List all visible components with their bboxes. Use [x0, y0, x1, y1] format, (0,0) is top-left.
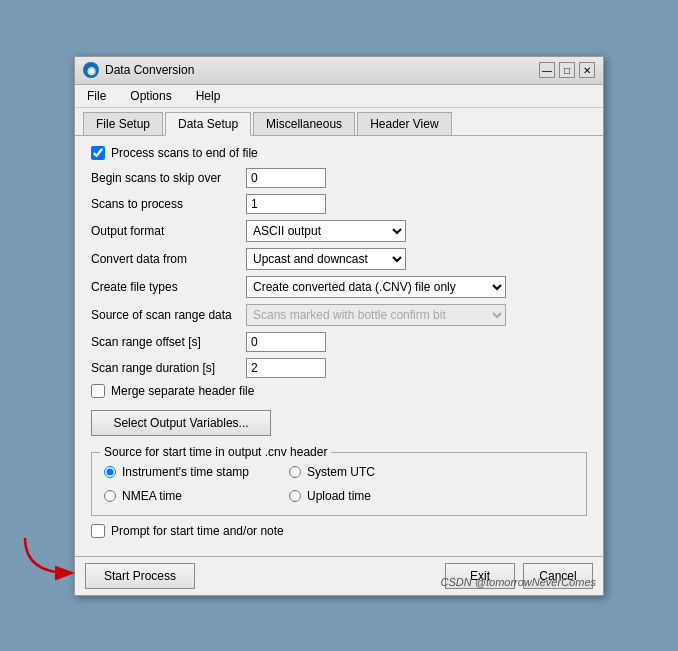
instrument-radio[interactable]	[104, 466, 116, 478]
create-file-label: Create file types	[91, 280, 246, 294]
nmea-radio-row: NMEA time	[104, 489, 249, 503]
radio-col-right: System UTC Upload time	[289, 465, 375, 507]
tab-header-view[interactable]: Header View	[357, 112, 451, 135]
tab-miscellaneous[interactable]: Miscellaneous	[253, 112, 355, 135]
tab-content: Process scans to end of file Begin scans…	[75, 136, 603, 556]
begin-scans-input[interactable]	[246, 168, 326, 188]
system-utc-radio-label: System UTC	[307, 465, 375, 479]
close-button[interactable]: ✕	[579, 62, 595, 78]
instrument-radio-row: Instrument's time stamp	[104, 465, 249, 479]
output-format-row: Output format ASCII output	[91, 220, 587, 242]
merge-header-row: Merge separate header file	[91, 384, 587, 398]
create-file-row: Create file types Create converted data …	[91, 276, 587, 298]
create-file-select[interactable]: Create converted data (.CNV) file only	[246, 276, 506, 298]
menu-help[interactable]: Help	[192, 87, 225, 105]
scan-range-duration-label: Scan range duration [s]	[91, 361, 246, 375]
convert-data-row: Convert data from Upcast and downcast	[91, 248, 587, 270]
tab-file-setup[interactable]: File Setup	[83, 112, 163, 135]
minimize-button[interactable]: —	[539, 62, 555, 78]
system-utc-radio[interactable]	[289, 466, 301, 478]
source-scan-range-select: Scans marked with bottle confirm bit	[246, 304, 506, 326]
menu-options[interactable]: Options	[126, 87, 175, 105]
process-scans-row: Process scans to end of file	[91, 146, 587, 160]
source-scan-range-row: Source of scan range data Scans marked w…	[91, 304, 587, 326]
radio-col-left: Instrument's time stamp NMEA time	[104, 465, 249, 507]
process-scans-checkbox[interactable]	[91, 146, 105, 160]
window-controls: — □ ✕	[539, 62, 595, 78]
main-window: ◉ Data Conversion — □ ✕ File Options Hel…	[74, 56, 604, 596]
upload-time-radio-row: Upload time	[289, 489, 375, 503]
begin-scans-row: Begin scans to skip over	[91, 168, 587, 188]
system-utc-radio-row: System UTC	[289, 465, 375, 479]
merge-header-label: Merge separate header file	[111, 384, 254, 398]
tab-data-setup[interactable]: Data Setup	[165, 112, 251, 136]
nmea-radio[interactable]	[104, 490, 116, 502]
start-process-button[interactable]: Start Process	[85, 563, 195, 589]
start-process-container: Start Process	[85, 563, 195, 589]
instrument-radio-label: Instrument's time stamp	[122, 465, 249, 479]
window-title: Data Conversion	[105, 63, 194, 77]
maximize-button[interactable]: □	[559, 62, 575, 78]
title-bar: ◉ Data Conversion — □ ✕	[75, 57, 603, 85]
upload-time-radio[interactable]	[289, 490, 301, 502]
scans-to-process-input[interactable]	[246, 194, 326, 214]
merge-header-checkbox[interactable]	[91, 384, 105, 398]
source-scan-range-label: Source of scan range data	[91, 308, 246, 322]
watermark: CSDN @tomorrowNeverComes	[441, 576, 596, 588]
title-bar-left: ◉ Data Conversion	[83, 62, 194, 78]
convert-data-label: Convert data from	[91, 252, 246, 266]
nmea-radio-label: NMEA time	[122, 489, 182, 503]
start-time-section: Source for start time in output .cnv hea…	[91, 452, 587, 516]
radio-columns: Instrument's time stamp NMEA time System…	[104, 465, 574, 507]
begin-scans-label: Begin scans to skip over	[91, 171, 246, 185]
process-scans-label: Process scans to end of file	[111, 146, 258, 160]
scan-range-duration-input[interactable]	[246, 358, 326, 378]
scan-range-offset-input[interactable]	[246, 332, 326, 352]
select-output-container: Select Output Variables...	[91, 406, 587, 444]
prompt-label: Prompt for start time and/or note	[111, 524, 284, 538]
menu-file[interactable]: File	[83, 87, 110, 105]
scan-range-duration-row: Scan range duration [s]	[91, 358, 587, 378]
select-output-button[interactable]: Select Output Variables...	[91, 410, 271, 436]
scans-to-process-label: Scans to process	[91, 197, 246, 211]
section-title: Source for start time in output .cnv hea…	[100, 445, 331, 459]
convert-data-select[interactable]: Upcast and downcast	[246, 248, 406, 270]
prompt-row: Prompt for start time and/or note	[91, 524, 587, 538]
app-icon: ◉	[83, 62, 99, 78]
output-format-label: Output format	[91, 224, 246, 238]
scans-to-process-row: Scans to process	[91, 194, 587, 214]
prompt-checkbox[interactable]	[91, 524, 105, 538]
menu-bar: File Options Help	[75, 85, 603, 108]
scan-range-offset-row: Scan range offset [s]	[91, 332, 587, 352]
app-icon-text: ◉	[87, 65, 96, 76]
upload-time-radio-label: Upload time	[307, 489, 371, 503]
output-format-select[interactable]: ASCII output	[246, 220, 406, 242]
scan-range-offset-label: Scan range offset [s]	[91, 335, 246, 349]
tab-bar: File Setup Data Setup Miscellaneous Head…	[75, 108, 603, 136]
